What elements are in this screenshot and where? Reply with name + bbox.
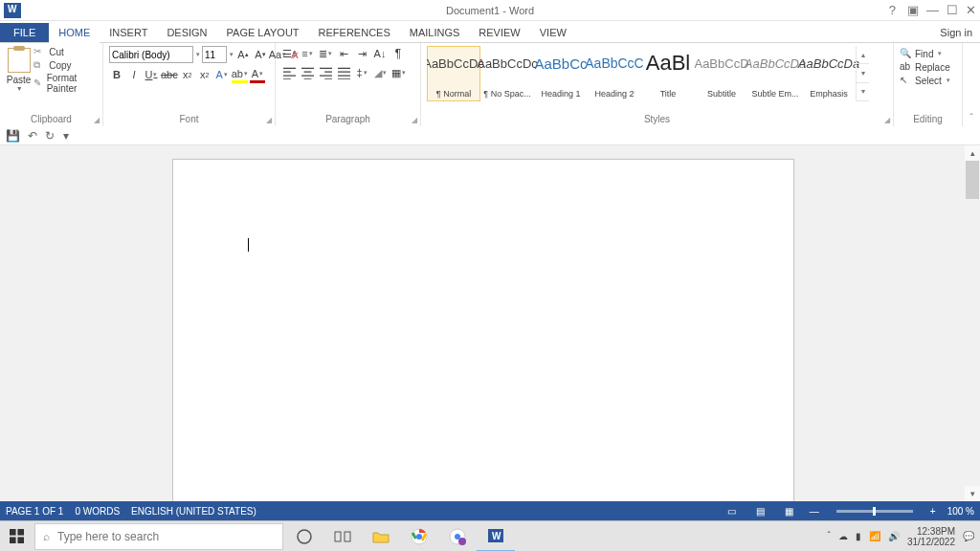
cortana-button[interactable]	[285, 521, 323, 552]
strikethrough-button[interactable]: abc	[161, 66, 178, 83]
text-effects-button[interactable]: A▾	[214, 66, 230, 83]
zoom-out-button[interactable]: —	[810, 506, 819, 517]
style--normal[interactable]: AaBbCcDc¶ Normal	[427, 46, 480, 101]
tab-view[interactable]: VIEW	[530, 23, 576, 42]
style-heading-1[interactable]: AaBbCcHeading 1	[534, 46, 588, 101]
document-area[interactable]: ▴ ▾	[0, 145, 980, 501]
zoom-slider[interactable]	[836, 510, 913, 513]
multilevel-list-button[interactable]: ≣▾	[318, 46, 333, 61]
line-spacing-button[interactable]: ‡▾	[354, 65, 369, 80]
style-emphasis[interactable]: AaBbCcDaEmphasis	[802, 46, 856, 101]
align-left-button[interactable]	[281, 65, 297, 80]
shading-button[interactable]: ◢▾	[372, 65, 388, 80]
chrome-profile-button[interactable]	[438, 521, 477, 552]
scroll-down-icon[interactable]: ▾	[857, 64, 869, 82]
print-layout-button[interactable]: ▤	[752, 504, 769, 518]
tab-page-layout[interactable]: PAGE LAYOUT	[217, 23, 309, 42]
bold-button[interactable]: B	[109, 66, 124, 83]
paste-button[interactable]: Paste ▼	[6, 46, 32, 94]
taskbar-search[interactable]: ⌕ Type here to search	[34, 523, 283, 550]
paragraph-launcher-icon[interactable]: ◢	[412, 116, 417, 124]
scroll-down-icon[interactable]: ▾	[965, 486, 980, 501]
help-icon[interactable]: ?	[889, 3, 896, 17]
style-subtle-em-[interactable]: AaBbCcDaSubtle Em...	[748, 46, 802, 101]
word-count[interactable]: 0 WORDS	[75, 506, 120, 517]
undo-button[interactable]: ↶	[28, 129, 37, 143]
decrease-indent-button[interactable]: ⇤	[336, 46, 351, 61]
styles-more-icon[interactable]: ▾	[857, 83, 869, 101]
style-title[interactable]: AaBlTitle	[641, 46, 695, 101]
tab-insert[interactable]: INSERT	[100, 23, 157, 42]
clipboard-launcher-icon[interactable]: ◢	[94, 116, 100, 124]
sort-button[interactable]: A↓	[372, 46, 388, 61]
qat-customize-icon[interactable]: ▾	[63, 129, 69, 143]
redo-button[interactable]: ↻	[45, 129, 55, 143]
sign-in-link[interactable]: Sign in	[932, 23, 980, 42]
maximize-icon[interactable]: ☐	[947, 3, 958, 17]
format-painter-button[interactable]: ✎Format Painter	[33, 73, 97, 94]
italic-button[interactable]: I	[126, 66, 142, 83]
select-button[interactable]: ↖Select▾	[900, 75, 956, 86]
volume-icon[interactable]: 🔊	[888, 531, 900, 541]
font-name-combo[interactable]	[109, 46, 193, 63]
styles-launcher-icon[interactable]: ◢	[884, 116, 890, 124]
save-button[interactable]: 💾	[6, 129, 20, 143]
ribbon-display-icon[interactable]: ▣	[907, 3, 919, 17]
wifi-icon[interactable]: 📶	[869, 531, 880, 541]
copy-button[interactable]: ⧉Copy	[33, 59, 97, 71]
tab-design[interactable]: DESIGN	[157, 23, 216, 42]
vertical-scrollbar[interactable]: ▴ ▾	[965, 145, 980, 501]
style-heading-2[interactable]: AaBbCcCHeading 2	[588, 46, 641, 101]
font-size-combo[interactable]	[202, 46, 227, 63]
document-page[interactable]	[172, 159, 794, 501]
scrollbar-thumb[interactable]	[966, 161, 979, 199]
highlight-button[interactable]: ab▾	[232, 66, 248, 83]
show-marks-button[interactable]: ¶	[390, 46, 406, 61]
word-taskbar-button[interactable]: W	[477, 521, 515, 552]
bullets-button[interactable]: ☰▾	[281, 46, 297, 61]
styles-scroll[interactable]: ▴ ▾ ▾	[856, 46, 869, 101]
replace-button[interactable]: abReplace	[900, 61, 956, 73]
tab-references[interactable]: REFERENCES	[309, 23, 400, 42]
battery-icon[interactable]: ▮	[856, 531, 861, 541]
tray-clock[interactable]: 12:38PM 31/12/2022	[907, 526, 955, 547]
underline-button[interactable]: U▾	[144, 66, 159, 83]
zoom-level[interactable]: 100 %	[947, 506, 974, 517]
tab-file[interactable]: FILE	[0, 23, 49, 42]
numbering-button[interactable]: ≡▾	[300, 46, 315, 61]
style--no-spac-[interactable]: AaBbCcDc¶ No Spac...	[480, 46, 534, 101]
page-count[interactable]: PAGE 1 OF 1	[6, 506, 63, 517]
justify-button[interactable]	[336, 65, 351, 80]
zoom-slider-thumb[interactable]	[873, 507, 876, 516]
notifications-icon[interactable]: 💬	[963, 531, 974, 541]
file-explorer-button[interactable]	[362, 521, 400, 552]
style-subtitle[interactable]: AaBbCcDSubtitle	[695, 46, 748, 101]
chrome-button[interactable]	[400, 521, 438, 552]
start-button[interactable]	[0, 521, 33, 552]
subscript-button[interactable]: x2	[180, 66, 195, 83]
find-button[interactable]: 🔍Find▾	[900, 48, 956, 59]
tab-home[interactable]: HOME	[49, 23, 100, 42]
chevron-down-icon[interactable]: ▾	[230, 51, 234, 58]
read-mode-button[interactable]: ▭	[724, 504, 741, 518]
cut-button[interactable]: ✂Cut	[33, 46, 97, 57]
close-icon[interactable]: ✕	[966, 3, 976, 17]
font-color-button[interactable]: A▾	[250, 66, 265, 83]
web-layout-button[interactable]: ▦	[781, 504, 798, 518]
grow-font-button[interactable]: A▴	[235, 46, 251, 63]
scroll-up-icon[interactable]: ▴	[857, 46, 869, 64]
zoom-in-button[interactable]: +	[930, 506, 936, 517]
scroll-up-icon[interactable]: ▴	[965, 145, 980, 161]
increase-indent-button[interactable]: ⇥	[354, 46, 369, 61]
tab-mailings[interactable]: MAILINGS	[400, 23, 470, 42]
borders-button[interactable]: ▦▾	[390, 65, 406, 80]
collapse-ribbon-button[interactable]: ˆ	[963, 43, 980, 126]
tab-review[interactable]: REVIEW	[469, 23, 529, 42]
onedrive-icon[interactable]: ☁	[838, 531, 848, 541]
chevron-down-icon[interactable]: ▼	[16, 85, 23, 92]
chevron-down-icon[interactable]: ▾	[196, 51, 200, 58]
shrink-font-button[interactable]: A▾	[253, 46, 268, 63]
superscript-button[interactable]: x2	[197, 66, 212, 83]
tray-overflow-icon[interactable]: ˆ	[828, 531, 831, 541]
task-view-button[interactable]	[323, 521, 362, 552]
